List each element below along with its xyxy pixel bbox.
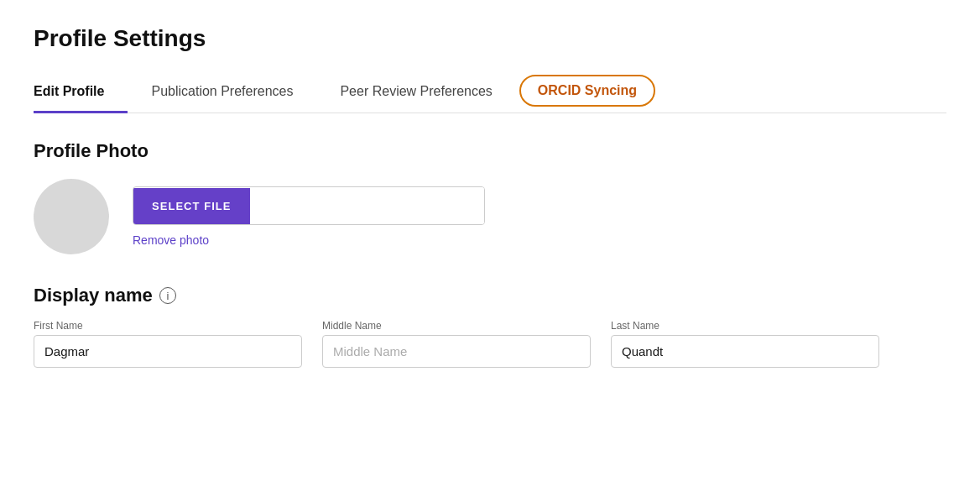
display-name-title: Display name (34, 285, 153, 306)
first-name-label: First Name (34, 320, 302, 332)
tab-orcid-syncing[interactable]: ORCID Syncing (519, 75, 655, 107)
select-file-button[interactable]: SELECT FILE (133, 188, 250, 224)
middle-name-input[interactable] (322, 335, 591, 368)
photo-upload-area: SELECT FILE Remove photo (133, 186, 485, 247)
name-fields-row: First Name Middle Name Last Name (34, 320, 946, 368)
middle-name-label: Middle Name (322, 320, 591, 332)
first-name-input[interactable] (34, 335, 302, 368)
first-name-group: First Name (34, 320, 302, 368)
file-name-display (250, 187, 485, 224)
page-title: Profile Settings (34, 25, 946, 52)
info-icon[interactable]: i (159, 287, 176, 304)
tab-publication-preferences[interactable]: Publication Preferences (128, 72, 316, 113)
tab-peer-review-preferences[interactable]: Peer Review Preferences (316, 72, 515, 113)
tab-edit-profile[interactable]: Edit Profile (34, 72, 128, 113)
remove-photo-link[interactable]: Remove photo (133, 233, 485, 247)
profile-photo-section: Profile Photo SELECT FILE Remove photo (34, 140, 946, 254)
middle-name-group: Middle Name (322, 320, 591, 368)
tabs-nav: Edit Profile Publication Preferences Pee… (34, 72, 946, 113)
profile-photo-title: Profile Photo (34, 140, 946, 162)
display-name-header: Display name i (34, 285, 946, 306)
last-name-label: Last Name (611, 320, 879, 332)
avatar (34, 179, 109, 254)
last-name-input[interactable] (611, 335, 879, 368)
file-input-wrapper: SELECT FILE (133, 186, 485, 225)
last-name-group: Last Name (611, 320, 879, 368)
display-name-section: Display name i First Name Middle Name La… (34, 285, 946, 368)
